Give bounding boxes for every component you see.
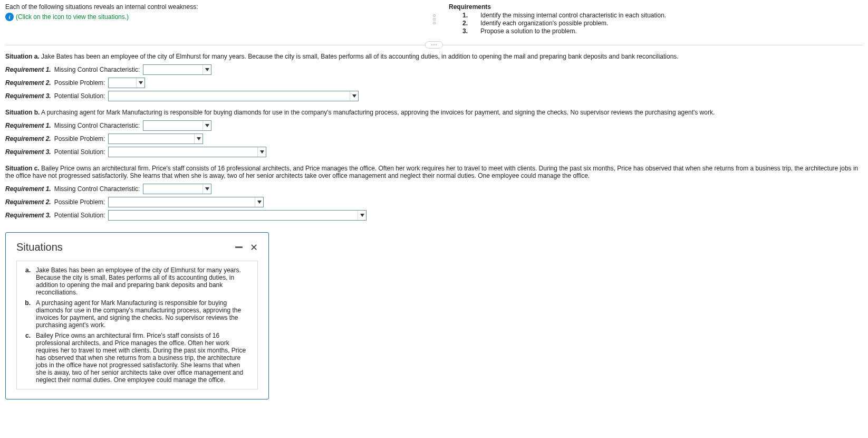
req2-bold: Requirement 2. bbox=[5, 79, 51, 87]
requirements-panel: Requirements 1.Identify the missing inte… bbox=[449, 3, 863, 35]
situation-b-req2-select[interactable] bbox=[108, 134, 203, 144]
info-link-text[interactable]: (Click on the icon to view the situation… bbox=[16, 13, 129, 21]
situation-c: Situation c. Bailey Price owns an archit… bbox=[5, 165, 863, 221]
situation-b-req1-select[interactable] bbox=[143, 120, 211, 131]
requirements-heading: Requirements bbox=[449, 3, 863, 11]
chevron-down-icon bbox=[350, 91, 358, 101]
item-letter: a. bbox=[23, 266, 31, 296]
list-item: a. Jake Bates has been an employee of th… bbox=[23, 266, 251, 296]
req1-bold: Requirement 1. bbox=[5, 185, 51, 193]
situation-a-text: Jake Bates has been an employee of the c… bbox=[41, 53, 679, 60]
situation-a-req2-select[interactable] bbox=[108, 78, 145, 88]
divider-drag-handle[interactable] bbox=[425, 41, 443, 49]
req-text: Identify each organization's possible pr… bbox=[480, 20, 608, 27]
situation-a: Situation a. Jake Bates has been an empl… bbox=[5, 53, 863, 101]
situation-b-req3-select[interactable] bbox=[108, 147, 266, 157]
req-text: Identify the missing internal control ch… bbox=[480, 12, 666, 19]
chevron-down-icon bbox=[202, 65, 211, 74]
req1-bold: Requirement 1. bbox=[5, 122, 51, 129]
req2-bold: Requirement 2. bbox=[5, 135, 51, 142]
req3-bold: Requirement 3. bbox=[5, 212, 51, 219]
dialog-title: Situations bbox=[16, 241, 63, 253]
chevron-down-icon bbox=[194, 134, 202, 144]
req1-bold: Requirement 1. bbox=[5, 66, 51, 73]
situation-b-label: Situation b. bbox=[5, 109, 40, 116]
situation-c-text: Bailey Price owns an architectural firm.… bbox=[5, 165, 858, 179]
req-number: 2. bbox=[462, 20, 468, 27]
potential-label: Potential Solution: bbox=[54, 148, 105, 156]
question-header: Each of the following situations reveals… bbox=[5, 3, 863, 35]
item-letter: c. bbox=[23, 332, 31, 384]
situation-c-req2-select[interactable] bbox=[108, 197, 264, 207]
vertical-divider-handle[interactable] bbox=[432, 3, 436, 35]
horizontal-divider bbox=[5, 45, 863, 45]
chevron-down-icon bbox=[257, 147, 266, 157]
req-text: Propose a solution to the problem. bbox=[480, 27, 577, 35]
req3-bold: Requirement 3. bbox=[5, 148, 51, 156]
info-row: i (Click on the icon to view the situati… bbox=[5, 13, 419, 21]
situation-b: Situation b. A purchasing agent for Mark… bbox=[5, 109, 863, 157]
req3-bold: Requirement 3. bbox=[5, 92, 51, 100]
minimize-icon[interactable] bbox=[235, 246, 243, 248]
req2-bold: Requirement 2. bbox=[5, 198, 51, 206]
situation-b-text: A purchasing agent for Mark Manufacturin… bbox=[41, 109, 715, 116]
close-icon[interactable]: ✕ bbox=[250, 243, 258, 252]
item-letter: b. bbox=[23, 299, 31, 329]
chevron-down-icon bbox=[255, 197, 263, 207]
req-number: 3. bbox=[462, 27, 468, 35]
info-icon[interactable]: i bbox=[5, 13, 14, 21]
situation-c-label: Situation c. bbox=[5, 165, 40, 172]
situation-a-req1-select[interactable] bbox=[143, 64, 211, 75]
situation-a-label: Situation a. bbox=[5, 53, 40, 60]
situation-c-req3-select[interactable] bbox=[108, 210, 367, 221]
possible-label: Possible Problem: bbox=[54, 135, 105, 142]
chevron-down-icon bbox=[202, 121, 211, 130]
item-text: A purchasing agent for Mark Manufacturin… bbox=[36, 299, 251, 329]
header-left: Each of the following situations reveals… bbox=[5, 3, 419, 35]
situations-list: a. Jake Bates has been an employee of th… bbox=[16, 261, 258, 389]
req-number: 1. bbox=[462, 12, 468, 19]
possible-label: Possible Problem: bbox=[54, 79, 105, 87]
situations-dialog: Situations ✕ a. Jake Bates has been an e… bbox=[5, 232, 269, 399]
chevron-down-icon bbox=[358, 211, 366, 220]
missing-label: Missing Control Characteristic: bbox=[54, 122, 140, 129]
situation-c-req1-select[interactable] bbox=[143, 184, 211, 194]
situation-a-req3-select[interactable] bbox=[108, 91, 359, 101]
item-text: Bailey Price owns an architectural firm.… bbox=[36, 332, 251, 384]
chevron-down-icon bbox=[202, 184, 211, 194]
list-item: c. Bailey Price owns an architectural fi… bbox=[23, 332, 251, 384]
potential-label: Potential Solution: bbox=[54, 92, 105, 100]
list-item: b. A purchasing agent for Mark Manufactu… bbox=[23, 299, 251, 329]
missing-label: Missing Control Characteristic: bbox=[54, 185, 140, 193]
possible-label: Possible Problem: bbox=[54, 198, 105, 206]
potential-label: Potential Solution: bbox=[54, 212, 105, 219]
item-text: Jake Bates has been an employee of the c… bbox=[36, 266, 251, 296]
intro-text: Each of the following situations reveals… bbox=[5, 3, 419, 11]
missing-label: Missing Control Characteristic: bbox=[54, 66, 140, 73]
chevron-down-icon bbox=[136, 78, 144, 88]
